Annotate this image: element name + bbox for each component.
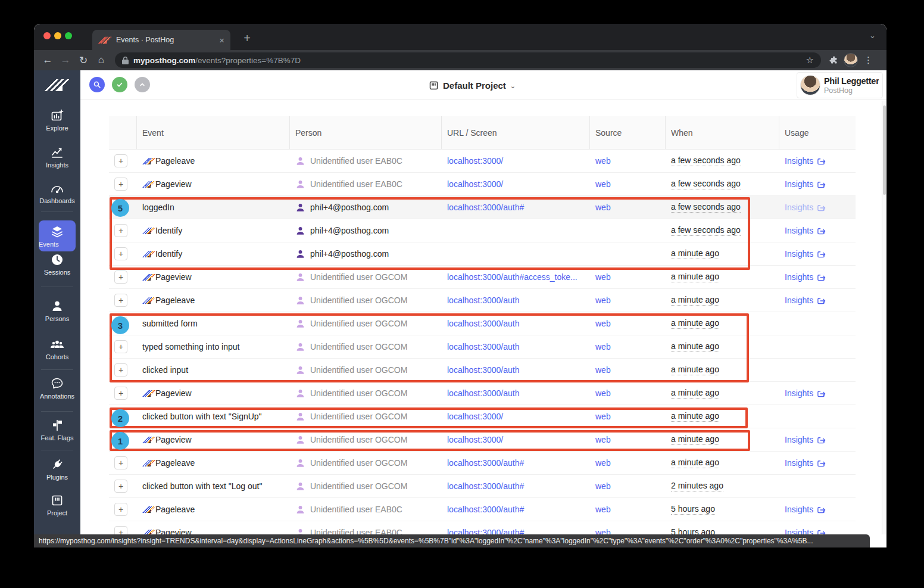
expand-row-button[interactable]: +: [114, 247, 127, 260]
expand-row-button[interactable]: +: [114, 270, 127, 284]
event-name: Pageview: [155, 272, 192, 282]
bookmark-star-icon[interactable]: ☆: [806, 55, 814, 66]
sidebar-item-explore[interactable]: Explore: [34, 108, 80, 132]
sidebar-item-feature-flags[interactable]: Feat. Flags: [34, 418, 80, 441]
source-link[interactable]: web: [595, 505, 611, 514]
url-link[interactable]: localhost:3000/auth: [447, 388, 519, 398]
url-link[interactable]: localhost:3000/: [447, 435, 503, 444]
source-link[interactable]: web: [595, 528, 611, 534]
sidebar-item-persons[interactable]: Persons: [34, 299, 80, 322]
insights-link[interactable]: Insights: [785, 505, 826, 514]
expand-row-button[interactable]: +: [114, 154, 127, 167]
expand-row-button[interactable]: +: [114, 340, 127, 353]
project-selector[interactable]: Default Project ⌄: [429, 70, 516, 100]
tab-close-icon[interactable]: ×: [219, 35, 224, 45]
url-link[interactable]: localhost:3000/auth#: [447, 505, 524, 514]
insights-link[interactable]: Insights: [785, 203, 826, 212]
extensions-puzzle-icon[interactable]: [828, 55, 838, 65]
search-button[interactable]: [89, 77, 105, 92]
insights-link[interactable]: Insights: [785, 179, 826, 189]
expand-row-button[interactable]: +: [114, 456, 127, 469]
source-link[interactable]: web: [595, 365, 611, 375]
url-link[interactable]: localhost:3000/: [447, 156, 503, 166]
insights-link[interactable]: Insights: [785, 388, 826, 398]
insights-link[interactable]: Insights: [785, 249, 826, 259]
url-link[interactable]: localhost:3000/auth: [447, 365, 519, 375]
source-link[interactable]: web: [595, 156, 611, 166]
source-link[interactable]: web: [595, 412, 611, 421]
expand-row-button[interactable]: +: [114, 387, 127, 400]
scrollbar-thumb[interactable]: [883, 105, 886, 195]
when-text: 5 hours ago: [671, 527, 715, 534]
person-name: Unidentified user OGCOM: [310, 412, 407, 421]
source-link[interactable]: web: [595, 458, 611, 468]
sidebar-item-sessions[interactable]: Sessions: [34, 253, 80, 276]
back-button[interactable]: ←: [39, 54, 57, 66]
source-link[interactable]: web: [595, 295, 611, 305]
url-link[interactable]: localhost:3000/auth: [447, 342, 519, 351]
insights-link[interactable]: Insights: [785, 458, 826, 468]
browser-profile-avatar[interactable]: [844, 53, 858, 67]
source-link[interactable]: web: [595, 342, 611, 351]
url-link[interactable]: localhost:3000/auth#: [447, 458, 524, 468]
browser-menu-icon[interactable]: ⋮: [864, 55, 873, 66]
new-tab-button[interactable]: +: [239, 30, 255, 47]
source-link[interactable]: web: [595, 435, 611, 444]
expand-row-button[interactable]: +: [114, 178, 127, 191]
url-link[interactable]: localhost:3000/: [447, 179, 503, 189]
minimize-window-button[interactable]: [54, 32, 61, 39]
url-link[interactable]: localhost:3000/: [447, 412, 503, 421]
insights-link-label: Insights: [785, 458, 813, 468]
vertical-scrollbar[interactable]: [882, 101, 886, 534]
sidebar-item-plugins[interactable]: Plugins: [34, 458, 80, 481]
url-link[interactable]: localhost:3000/auth#: [447, 528, 524, 534]
tab-search-chevron-icon[interactable]: ⌄: [869, 31, 876, 40]
user-menu[interactable]: Phil Leggetter PostHog: [797, 72, 883, 98]
expand-row-button[interactable]: +: [114, 503, 127, 516]
source-link[interactable]: web: [595, 319, 611, 328]
source-link[interactable]: web: [595, 388, 611, 398]
url-link[interactable]: localhost:3000/auth#: [447, 481, 524, 491]
sidebar-item-insights[interactable]: Insights: [34, 145, 80, 169]
address-bar[interactable]: myposthog.com/events?properties=%7B%7D ☆: [115, 52, 821, 68]
header-expand: [109, 116, 137, 149]
browser-tab[interactable]: Events · PostHog ×: [92, 30, 230, 50]
url-link[interactable]: localhost:3000/auth: [447, 295, 519, 305]
insights-link[interactable]: Insights: [785, 295, 826, 305]
sidebar-item-dashboards[interactable]: Dashboards: [34, 181, 80, 204]
expand-row-button[interactable]: +: [114, 363, 127, 377]
source-link[interactable]: web: [595, 481, 611, 491]
fullscreen-window-button[interactable]: [65, 32, 72, 39]
sidebar-item-events[interactable]: Events: [39, 220, 76, 251]
source-link[interactable]: web: [595, 272, 611, 282]
status-ok-button[interactable]: [112, 77, 127, 92]
sidebar-item-project[interactable]: Project: [34, 493, 80, 517]
reload-button[interactable]: ↻: [74, 54, 92, 67]
forward-button[interactable]: →: [57, 54, 74, 66]
expand-row-button[interactable]: +: [114, 224, 127, 237]
insights-link[interactable]: Insights: [785, 226, 826, 235]
expand-row-button[interactable]: +: [114, 294, 127, 307]
insights-link[interactable]: Insights: [785, 435, 826, 444]
source-link[interactable]: web: [595, 179, 611, 189]
url-link[interactable]: localhost:3000/auth#: [447, 203, 524, 212]
posthog-logo[interactable]: [44, 79, 63, 94]
insights-link[interactable]: Insights: [785, 272, 826, 282]
source-link[interactable]: web: [595, 203, 611, 212]
insights-link[interactable]: Insights: [785, 528, 826, 534]
home-button[interactable]: ⌂: [92, 54, 110, 66]
expand-row-button[interactable]: +: [114, 480, 127, 493]
annotation-badge-3: 3: [111, 316, 129, 334]
sidebar-item-cohorts[interactable]: Cohorts: [34, 337, 80, 360]
collapse-button[interactable]: [135, 77, 150, 92]
sidebar-item-annotations[interactable]: Annotations: [34, 377, 80, 400]
posthog-event-icon: [142, 274, 151, 281]
url-link[interactable]: localhost:3000/auth#access_toke...: [447, 272, 578, 282]
person-icon: [295, 203, 305, 213]
person-name: Unidentified user OGCOM: [310, 365, 407, 375]
insights-link[interactable]: Insights: [785, 156, 826, 166]
close-window-button[interactable]: [43, 32, 51, 39]
when-text: a minute ago: [671, 388, 719, 399]
expand-row-button[interactable]: +: [114, 526, 127, 534]
url-link[interactable]: localhost:3000/auth: [447, 319, 519, 328]
